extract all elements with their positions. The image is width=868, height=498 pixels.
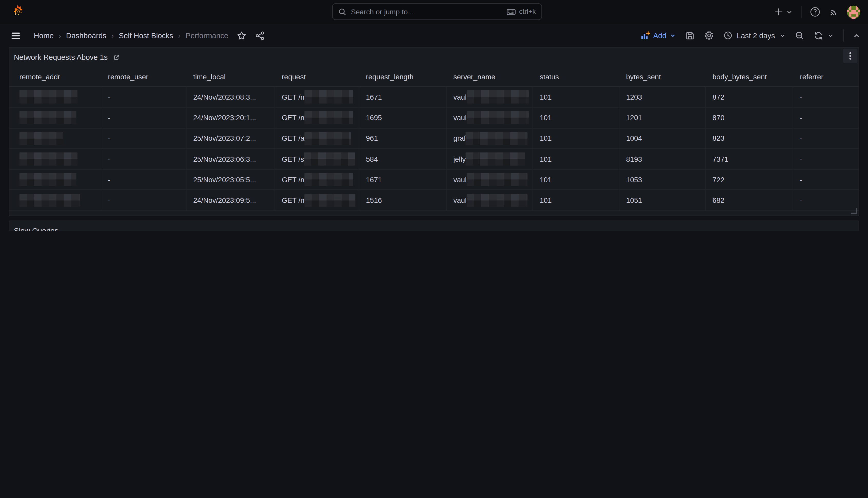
cell-request-length: 584	[360, 149, 447, 169]
redacted-blur	[19, 153, 78, 166]
cell-server-name: graf	[447, 128, 533, 148]
dashboard-settings-icon[interactable]	[704, 30, 714, 41]
cell-request-length: 1516	[360, 190, 447, 210]
column-header[interactable]: referrer	[794, 67, 859, 87]
breadcrumb-item[interactable]: Performance	[186, 31, 228, 40]
redacted-blur	[466, 111, 529, 124]
search-placeholder: Search or jump to...	[351, 8, 506, 16]
panel-menu-button[interactable]	[843, 49, 857, 63]
column-header[interactable]: request_length	[360, 67, 447, 87]
breadcrumb-separator: ›	[178, 31, 180, 40]
cell-status: 101	[533, 107, 620, 128]
redacted-blur	[19, 111, 77, 124]
panel-resize-handle[interactable]	[851, 208, 857, 214]
clock-icon	[723, 31, 733, 40]
breadcrumb-item[interactable]: Self Host Blocks	[119, 31, 173, 40]
cell-body-bytes-sent: 823	[706, 128, 794, 148]
redacted-blur	[19, 90, 78, 104]
redacted-blur	[304, 111, 353, 124]
breadcrumb-separator: ›	[59, 31, 61, 40]
cell-time-local: 24/Nov/2023:08:3...	[187, 87, 275, 107]
user-avatar[interactable]	[847, 5, 860, 19]
cell-referrer: -	[794, 190, 859, 210]
cell-request: GET /n	[275, 190, 360, 210]
redacted-blur	[19, 173, 77, 186]
cell-body-bytes-sent: 682	[706, 190, 794, 210]
network-table-header: remote_addrremote_usertime_localrequestr…	[10, 67, 859, 87]
chevron-down-icon	[670, 32, 676, 39]
grafana-logo-icon[interactable]	[10, 4, 25, 19]
redacted-blur	[466, 173, 527, 186]
external-link-icon[interactable]	[113, 53, 120, 61]
keyboard-icon	[506, 8, 516, 16]
new-button[interactable]	[774, 7, 792, 17]
time-range-label: Last 2 days	[737, 31, 775, 40]
cell-referrer: -	[794, 128, 859, 148]
column-header[interactable]: server_name	[447, 67, 533, 87]
search-input[interactable]: Search or jump to... ctrl+k	[332, 3, 542, 20]
cell-body-bytes-sent: 7371	[706, 149, 794, 169]
column-header[interactable]: remote_addr	[10, 67, 101, 87]
cell-time-local: 24/Nov/2023:09:5...	[187, 190, 275, 210]
redacted-blur	[19, 194, 80, 207]
cell-request: GET /n	[275, 87, 360, 107]
cell-remote-user: -	[101, 149, 187, 169]
cell-remote-addr	[10, 149, 101, 169]
cell-request: GET /n	[275, 107, 360, 128]
redacted-blur	[304, 173, 353, 186]
news-rss-icon[interactable]	[829, 7, 839, 17]
cell-server-name: vaul	[447, 170, 533, 190]
cell-referrer: -	[794, 149, 859, 169]
collapse-toolbar-icon[interactable]	[853, 32, 860, 39]
cell-remote-addr	[10, 170, 101, 190]
cell-status: 101	[533, 170, 620, 190]
cell-remote-addr	[10, 190, 101, 210]
column-header[interactable]: remote_user	[101, 67, 187, 87]
search-icon	[338, 8, 347, 16]
refresh-icon	[814, 31, 823, 40]
table-row: -25/Nov/2023:06:3...GET /s584jelly101819…	[10, 149, 859, 169]
cell-request-length: 1671	[360, 170, 447, 190]
cell-remote-user: -	[101, 128, 187, 148]
help-icon[interactable]	[810, 7, 820, 17]
toolbar-divider	[843, 29, 844, 41]
cell-bytes-sent: 1004	[620, 128, 706, 148]
column-header[interactable]: request	[275, 67, 360, 87]
time-range-picker[interactable]: Last 2 days	[723, 31, 786, 40]
panel-title: Network Requests Above 1s	[14, 53, 108, 61]
cell-remote-user: -	[101, 190, 187, 210]
breadcrumb: Home›Dashboards›Self Host Blocks›Perform…	[34, 31, 228, 40]
redacted-blur	[466, 90, 529, 104]
cell-remote-user: -	[101, 107, 187, 128]
redacted-blur	[304, 90, 353, 104]
zoom-out-time-icon[interactable]	[795, 31, 804, 40]
share-icon[interactable]	[256, 31, 265, 40]
cell-time-local: 25/Nov/2023:05:5...	[187, 170, 275, 190]
cell-server-name: vaul	[447, 87, 533, 107]
redacted-blur	[19, 132, 63, 145]
top-nav-bar: Search or jump to... ctrl+k	[0, 0, 868, 24]
cell-body-bytes-sent: 722	[706, 170, 794, 190]
add-panel-button[interactable]: Add	[640, 31, 676, 40]
breadcrumb-item[interactable]: Dashboards	[66, 31, 106, 40]
column-header[interactable]: time_local	[187, 67, 275, 87]
breadcrumb-item[interactable]: Home	[34, 31, 54, 40]
star-icon[interactable]	[237, 31, 247, 40]
cell-referrer: -	[794, 107, 859, 128]
add-panel-icon	[640, 31, 650, 40]
column-header[interactable]: body_bytes_sent	[706, 67, 794, 87]
cell-request: GET /n	[275, 170, 360, 190]
chevron-down-icon	[786, 9, 793, 15]
cell-status: 101	[533, 128, 620, 148]
cell-request: GET /s	[275, 149, 360, 169]
redacted-blur	[466, 153, 526, 166]
save-dashboard-icon[interactable]	[686, 31, 695, 40]
panel-network-requests: Network Requests Above 1s remote_addrrem…	[9, 47, 859, 216]
column-header[interactable]: status	[533, 67, 620, 87]
menu-toggle-icon[interactable]	[11, 30, 21, 41]
cell-bytes-sent: 8193	[620, 149, 706, 169]
breadcrumb-separator: ›	[111, 31, 114, 40]
refresh-button[interactable]	[814, 31, 833, 40]
column-header[interactable]: bytes_sent	[620, 67, 706, 87]
redacted-blur	[304, 194, 355, 207]
